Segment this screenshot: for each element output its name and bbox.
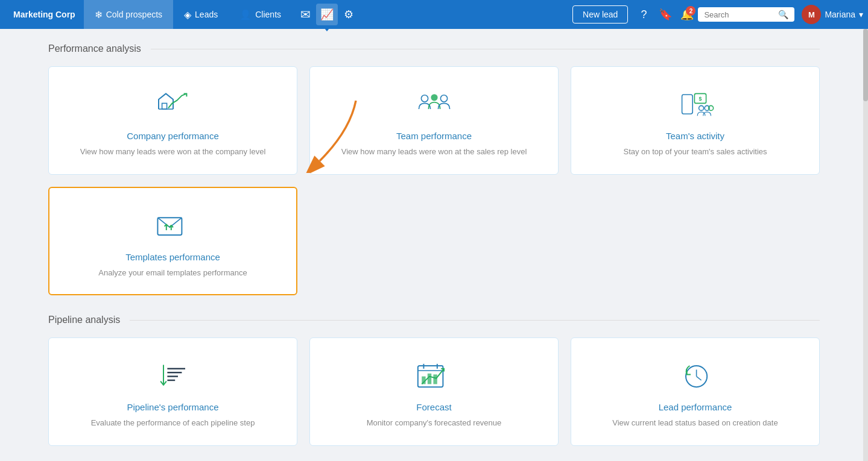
company-performance-icon <box>154 85 192 124</box>
pipeline-cards-grid: Pipeline's performance Evaluate the perf… <box>48 337 820 446</box>
svg-text:$: $ <box>699 96 702 102</box>
performance-section-header: Performance analysis <box>48 43 820 54</box>
company-performance-desc: View how many leads were won at the comp… <box>80 146 266 158</box>
svg-point-5 <box>440 95 447 102</box>
svg-rect-25 <box>433 374 437 384</box>
new-lead-button[interactable]: New lead <box>572 5 628 24</box>
lead-performance-desc: View current lead status based on creati… <box>612 417 778 429</box>
company-performance-title: Company performance <box>127 131 219 141</box>
team-performance-desc: View how many leads were won at the sale… <box>341 146 527 158</box>
nav-tab-leads-label: Leads <box>195 10 218 19</box>
pipelines-performance-title: Pipeline's performance <box>127 402 218 412</box>
svg-point-3 <box>421 95 428 102</box>
performance-section-title: Performance analysis <box>48 43 141 54</box>
forecast-card[interactable]: Forecast Monitor company's forecasted re… <box>309 337 559 446</box>
svg-point-8 <box>699 105 703 110</box>
company-performance-card[interactable]: Company performance View how many leads … <box>48 66 297 175</box>
notification-badge: 2 <box>686 6 695 16</box>
settings-icon-btn[interactable]: ⚙ <box>338 4 360 25</box>
bookmark-icon: 🔖 <box>659 8 672 21</box>
pipeline-section-header: Pipeline analysis <box>48 315 820 325</box>
teams-activity-icon: $ <box>676 85 715 124</box>
main-content: Performance analysis Company <box>0 29 868 461</box>
nav-tab-cold-prospects-label: Cold prospects <box>106 10 162 19</box>
forecast-desc: Monitor company's forecasted revenue <box>367 417 502 429</box>
content-wrapper: Performance analysis Company <box>48 43 820 446</box>
brand[interactable]: Marketing Corp <box>5 10 84 19</box>
pipelines-performance-card[interactable]: Pipeline's performance Evaluate the perf… <box>48 337 297 446</box>
mail-icon-btn[interactable]: ✉ <box>294 4 316 25</box>
svg-line-28 <box>696 377 701 380</box>
templates-performance-card[interactable]: Templates performance Analyze your email… <box>48 187 297 295</box>
navbar: Marketing Corp ❄ Cold prospects ◈ Leads … <box>0 0 868 29</box>
teams-activity-desc: Stay on top of your team's sales activit… <box>623 146 767 158</box>
forecast-icon <box>415 356 454 395</box>
mail-icon: ✉ <box>300 7 311 22</box>
chart-icon: 📈 <box>320 8 334 21</box>
teams-activity-card[interactable]: $ Team's activity Stay on top of your te… <box>571 66 820 175</box>
templates-performance-title: Templates performance <box>125 252 220 262</box>
clients-icon: 👤 <box>239 9 252 20</box>
user-name: Mariana <box>825 10 855 19</box>
avatar: M <box>802 5 821 24</box>
pipeline-section-title: Pipeline analysis <box>48 315 120 325</box>
lead-performance-icon <box>676 356 715 395</box>
pipeline-section-divider <box>130 320 820 321</box>
search-icon: 🔍 <box>778 10 788 19</box>
team-performance-card[interactable]: Team performance View how many leads wer… <box>309 66 559 175</box>
team-performance-icon <box>415 85 454 124</box>
lead-performance-title: Lead performance <box>659 402 732 412</box>
nav-tab-cold-prospects[interactable]: ❄ Cold prospects <box>84 0 173 29</box>
bookmark-icon-btn[interactable]: 🔖 <box>654 4 676 25</box>
forecast-title: Forecast <box>416 402 451 412</box>
dropdown-chevron: ▾ <box>859 10 863 19</box>
help-icon: ? <box>641 8 647 21</box>
active-indicator <box>322 25 332 31</box>
nav-tab-leads[interactable]: ◈ Leads <box>173 0 229 29</box>
scrollbar-track[interactable] <box>863 29 868 461</box>
section-divider <box>151 49 820 49</box>
user-menu[interactable]: M Mariana ▾ <box>802 5 863 24</box>
team-performance-title: Team performance <box>396 131 472 141</box>
templates-performance-desc: Analyze your email templates performance <box>98 267 247 279</box>
nav-tab-clients[interactable]: 👤 Clients <box>229 0 292 29</box>
lead-performance-card[interactable]: Lead performance View current lead statu… <box>571 337 820 446</box>
search-input[interactable] <box>704 10 775 19</box>
cold-prospects-icon: ❄ <box>95 9 103 20</box>
svg-point-4 <box>431 94 437 101</box>
notifications-icon-btn[interactable]: 🔔 2 <box>676 4 698 25</box>
nav-tab-clients-label: Clients <box>255 10 281 19</box>
pipelines-performance-desc: Evaluate the performance of each pipelin… <box>91 417 255 429</box>
help-icon-btn[interactable]: ? <box>633 4 654 25</box>
teams-activity-title: Team's activity <box>666 131 724 141</box>
search-box: 🔍 <box>698 7 794 22</box>
gear-icon: ⚙ <box>344 8 353 21</box>
svg-rect-24 <box>427 374 431 384</box>
chart-icon-btn[interactable]: 📈 <box>316 4 338 25</box>
pipelines-performance-icon <box>154 356 192 395</box>
scrollbar-thumb[interactable] <box>863 29 868 101</box>
performance-cards-grid: Company performance View how many leads … <box>48 66 820 295</box>
leads-icon: ◈ <box>184 9 191 20</box>
svg-rect-1 <box>162 103 166 109</box>
templates-performance-icon <box>154 206 192 245</box>
